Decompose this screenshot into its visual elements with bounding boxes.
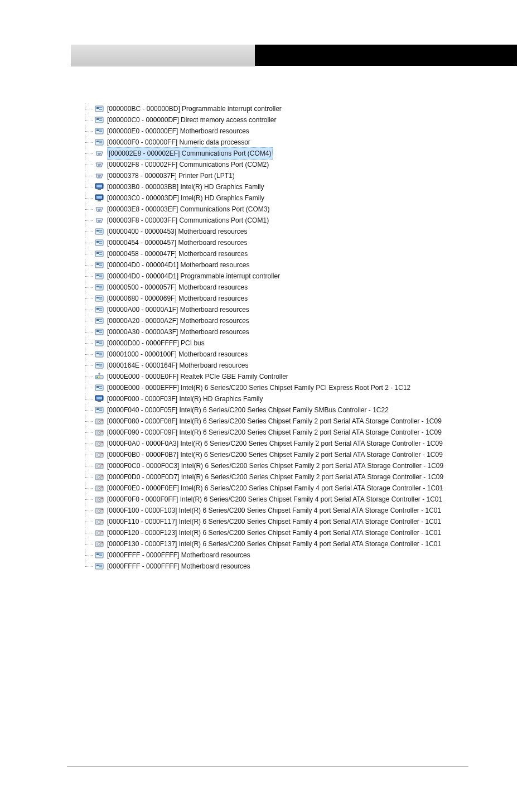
tree-connector bbox=[85, 181, 95, 192]
tree-connector bbox=[85, 126, 95, 137]
tree-connector bbox=[85, 159, 95, 170]
tree-connector bbox=[85, 349, 95, 360]
resource-tree-item[interactable]: [00000454 - 00000457] Motherboard resour… bbox=[95, 237, 524, 248]
resource-tree-item[interactable]: [0000164E - 0000164F] Motherboard resour… bbox=[95, 360, 524, 371]
tree-connector bbox=[85, 103, 95, 114]
storage-controller-icon bbox=[95, 528, 104, 537]
system-resource-icon bbox=[95, 283, 104, 292]
system-resource-icon bbox=[95, 350, 104, 359]
resource-tree-item[interactable]: [00000A30 - 00000A3F] Motherboard resour… bbox=[95, 326, 524, 338]
resource-tree-item[interactable]: [000000BC - 000000BD] Programmable inter… bbox=[95, 103, 524, 114]
resource-tree-item[interactable]: [0000F0D0 - 0000F0D7] Intel(R) 6 Series/… bbox=[95, 471, 524, 483]
resource-tree-item[interactable]: [0000F000 - 0000F03F] Intel(R) HD Graphi… bbox=[95, 393, 524, 404]
storage-controller-icon bbox=[95, 506, 104, 515]
tree-connector bbox=[85, 293, 95, 304]
resource-tree-item[interactable]: [0000F0B0 - 0000F0B7] Intel(R) 6 Series/… bbox=[95, 449, 524, 460]
system-resource-icon bbox=[95, 305, 104, 314]
resource-item-label: [0000F0D0 - 0000F0D7] Intel(R) 6 Series/… bbox=[107, 471, 443, 483]
resource-item-label: [000003C0 - 000003DF] Intel(R) HD Graphi… bbox=[107, 192, 264, 204]
system-resource-icon bbox=[95, 261, 104, 269]
resource-tree-item[interactable]: [00000458 - 0000047F] Motherboard resour… bbox=[95, 248, 524, 259]
display-adapter-icon bbox=[95, 194, 104, 203]
resource-tree-item[interactable]: [0000F0E0 - 0000F0EF] Intel(R) 6 Series/… bbox=[95, 483, 524, 494]
resource-item-label: [00000454 - 00000457] Motherboard resour… bbox=[107, 237, 248, 248]
tree-connector bbox=[85, 114, 95, 126]
tree-connector bbox=[85, 505, 95, 516]
resource-tree-item[interactable]: [0000E000 - 0000EFFF] Intel(R) 6 Series/… bbox=[95, 382, 524, 393]
resource-tree-item[interactable]: [0000FFFF - 0000FFFF] Motherboard resour… bbox=[95, 561, 524, 572]
resource-tree-item[interactable]: [00000A00 - 00000A1F] Motherboard resour… bbox=[95, 304, 524, 315]
resource-tree-item[interactable]: [000002F8 - 000002FF] Communications Por… bbox=[95, 159, 524, 170]
tree-connector bbox=[85, 393, 95, 404]
tree-connector bbox=[85, 137, 95, 148]
resource-tree-item[interactable]: [0000F0C0 - 0000F0C3] Intel(R) 6 Series/… bbox=[95, 460, 524, 471]
resource-tree-item[interactable]: [0000F040 - 0000F05F] Intel(R) 6 Series/… bbox=[95, 404, 524, 416]
tree-connector bbox=[85, 538, 95, 550]
storage-controller-icon bbox=[95, 417, 104, 426]
tree-connector bbox=[85, 304, 95, 315]
tree-connector bbox=[85, 192, 95, 204]
resource-tree-item[interactable]: [000000E0 - 000000EF] Motherboard resour… bbox=[95, 126, 524, 137]
storage-controller-icon bbox=[95, 517, 104, 526]
resource-item-label: [0000F130 - 0000F137] Intel(R) 6 Series/… bbox=[107, 538, 441, 550]
system-resource-icon bbox=[95, 383, 104, 392]
resource-tree-item[interactable]: [00000A20 - 00000A2F] Motherboard resour… bbox=[95, 315, 524, 326]
resource-item-label: [000004D0 - 000004D1] Motherboard resour… bbox=[107, 259, 250, 271]
resource-item-label: [0000F0A0 - 0000F0A3] Intel(R) 6 Series/… bbox=[107, 438, 443, 449]
resource-tree-item[interactable]: [0000F110 - 0000F117] Intel(R) 6 Series/… bbox=[95, 516, 524, 527]
resource-tree-item[interactable]: [00001000 - 0000100F] Motherboard resour… bbox=[95, 349, 524, 360]
document-page: [000000BC - 000000BD] Programmable inter… bbox=[0, 0, 532, 800]
resource-tree-item[interactable]: [00000378 - 0000037F] Printer Port (LPT1… bbox=[95, 170, 524, 181]
resource-item-label: [0000F040 - 0000F05F] Intel(R) 6 Series/… bbox=[107, 404, 389, 416]
resource-item-label: [0000F090 - 0000F09F] Intel(R) 6 Series/… bbox=[107, 427, 442, 438]
resource-tree-item[interactable]: [000000F0 - 000000FF] Numeric data proce… bbox=[95, 137, 524, 148]
system-resource-icon bbox=[95, 294, 104, 303]
resource-item-label: [00000A20 - 00000A2F] Motherboard resour… bbox=[107, 315, 249, 326]
resource-tree-item[interactable]: [0000F0F0 - 0000F0FF] Intel(R) 6 Series/… bbox=[95, 494, 524, 505]
resource-item-label: [000003B0 - 000003BB] Intel(R) HD Graphi… bbox=[107, 181, 264, 192]
resource-tree-item[interactable]: [000000C0 - 000000DF] Direct memory acce… bbox=[95, 114, 524, 126]
resource-item-label: [00000500 - 0000057F] Motherboard resour… bbox=[107, 282, 248, 293]
resource-tree-item[interactable]: [0000F080 - 0000F08F] Intel(R) 6 Series/… bbox=[95, 416, 524, 427]
storage-controller-icon bbox=[95, 484, 104, 493]
tree-connector bbox=[85, 449, 95, 460]
resource-tree-item[interactable]: [000002E8 - 000002EF] Communications Por… bbox=[95, 148, 524, 159]
page-header bbox=[71, 45, 517, 73]
resource-tree-item[interactable]: [000004D0 - 000004D1] Programmable inter… bbox=[95, 271, 524, 282]
resource-item-label: [000003F8 - 000003FF] Communications Por… bbox=[107, 215, 269, 226]
resource-tree-item[interactable]: [000003C0 - 000003DF] Intel(R) HD Graphi… bbox=[95, 192, 524, 204]
network-adapter-icon bbox=[95, 372, 104, 381]
resource-tree-item[interactable]: [000003F8 - 000003FF] Communications Por… bbox=[95, 215, 524, 226]
resource-tree-item[interactable]: [000004D0 - 000004D1] Motherboard resour… bbox=[95, 259, 524, 271]
resource-item-label: [00000458 - 0000047F] Motherboard resour… bbox=[107, 248, 248, 259]
system-resource-icon bbox=[95, 249, 104, 258]
system-resource-icon bbox=[95, 327, 104, 336]
resource-item-label: [000003E8 - 000003EF] Communications Por… bbox=[107, 204, 269, 215]
resource-item-label: [00000378 - 0000037F] Printer Port (LPT1… bbox=[107, 170, 235, 181]
resource-item-label: [000000C0 - 000000DF] Direct memory acce… bbox=[107, 114, 276, 126]
resource-tree-item[interactable]: [0000F120 - 0000F123] Intel(R) 6 Series/… bbox=[95, 527, 524, 538]
resource-tree-item[interactable]: [00000400 - 00000453] Motherboard resour… bbox=[95, 226, 524, 237]
resource-tree-item[interactable]: [0000E000 - 0000E0FF] Realtek PCIe GBE F… bbox=[95, 371, 524, 382]
tree-connector bbox=[85, 404, 95, 416]
resource-item-label: [0000164E - 0000164F] Motherboard resour… bbox=[107, 360, 249, 371]
resource-tree-item[interactable]: [0000F100 - 0000F103] Intel(R) 6 Series/… bbox=[95, 505, 524, 516]
resource-item-label: [00000400 - 00000453] Motherboard resour… bbox=[107, 226, 248, 237]
resource-tree-item[interactable]: [00000D00 - 0000FFFF] PCI bus bbox=[95, 338, 524, 349]
resource-tree-item[interactable]: [0000F0A0 - 0000F0A3] Intel(R) 6 Series/… bbox=[95, 438, 524, 449]
resource-item-label: [000004D0 - 000004D1] Programmable inter… bbox=[107, 271, 280, 282]
resource-tree-item[interactable]: [00000500 - 0000057F] Motherboard resour… bbox=[95, 282, 524, 293]
resource-tree-item[interactable]: [0000FFFF - 0000FFFF] Motherboard resour… bbox=[95, 550, 524, 561]
com-port-icon bbox=[95, 216, 104, 225]
storage-controller-icon bbox=[95, 473, 104, 481]
resource-tree-item[interactable]: [0000F090 - 0000F09F] Intel(R) 6 Series/… bbox=[95, 427, 524, 438]
tree-connector bbox=[85, 237, 95, 248]
resource-tree-item[interactable]: [00000680 - 0000069F] Motherboard resour… bbox=[95, 293, 524, 304]
system-resource-icon bbox=[95, 316, 104, 325]
tree-connector bbox=[85, 561, 95, 572]
resource-tree-item[interactable]: [0000F130 - 0000F137] Intel(R) 6 Series/… bbox=[95, 538, 524, 550]
tree-connector bbox=[85, 338, 95, 349]
resource-tree-item[interactable]: [000003B0 - 000003BB] Intel(R) HD Graphi… bbox=[95, 181, 524, 192]
tree-connector bbox=[85, 204, 95, 215]
resource-tree-item[interactable]: [000003E8 - 000003EF] Communications Por… bbox=[95, 204, 524, 215]
